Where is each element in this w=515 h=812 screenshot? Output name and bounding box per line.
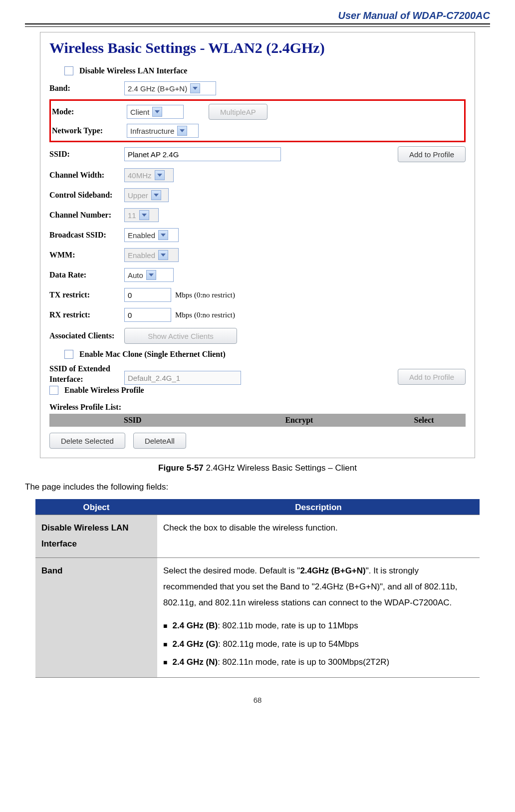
th-object: Object xyxy=(35,500,157,515)
profile-header-ssid: SSID xyxy=(49,416,216,425)
table-row: Disable Wireless LAN Interface Check the… xyxy=(35,515,480,558)
delete-all-button[interactable]: DeleteAll xyxy=(133,433,186,449)
chevron-down-icon xyxy=(151,190,161,200)
band-value: 2.4 GHz (B+G+N) xyxy=(128,84,187,93)
item-n-mode: 2.4 GHz (N) xyxy=(172,657,218,667)
control-sideband-label: Control Sideband: xyxy=(49,190,124,200)
assoc-clients-row: Associated Clients: Show Active Clients xyxy=(49,325,466,347)
data-rate-row: Data Rate: Auto xyxy=(49,265,466,285)
wmm-value: Enabled xyxy=(128,251,155,260)
broadcast-ssid-select[interactable]: Enabled xyxy=(124,228,179,242)
profile-header-encrypt: Encrypt xyxy=(216,416,383,425)
figure-number: Figure 5-57 xyxy=(158,463,204,473)
show-active-clients-button[interactable]: Show Active Clients xyxy=(124,328,237,344)
profile-header-select: Select xyxy=(382,416,466,425)
profile-buttons-row: Delete Selected DeleteAll xyxy=(49,433,466,449)
item-b-mode: 2.4 GHz (B) xyxy=(172,621,218,630)
list-item: 2.4 GHz (G): 802.11g mode, rate is up to… xyxy=(163,636,474,652)
channel-number-row: Channel Number: 11 xyxy=(49,205,466,225)
desc-band-bold: 2.4GHz (B+G+N) xyxy=(300,566,365,575)
tx-restrict-label: TX restrict: xyxy=(49,290,124,299)
chevron-down-icon xyxy=(158,250,168,260)
enable-profile-checkbox[interactable] xyxy=(49,386,58,395)
desc-band: Select the desired mode. Default is "2.4… xyxy=(157,557,480,678)
broadcast-ssid-value: Enabled xyxy=(128,231,155,240)
ssid-input[interactable]: Planet AP 2.4G xyxy=(124,147,281,161)
item-n-text: : 802.11n mode, rate is up to 300Mbps(2T… xyxy=(218,657,389,667)
th-description: Description xyxy=(157,500,480,515)
profile-list-label: Wireless Profile List: xyxy=(49,403,466,412)
rx-restrict-note: Mbps (0:no restrict) xyxy=(175,311,235,319)
chevron-down-icon xyxy=(146,270,156,280)
item-b-text: : 802.11b mode, rate is up to 11Mbps xyxy=(218,621,358,630)
data-rate-value: Auto xyxy=(128,271,143,279)
table-row: Band Select the desired mode. Default is… xyxy=(35,557,480,678)
delete-selected-button[interactable]: Delete Selected xyxy=(49,433,125,449)
band-label: Band: xyxy=(49,84,124,93)
data-rate-select[interactable]: Auto xyxy=(124,268,174,282)
network-type-label: Network Type: xyxy=(52,126,127,135)
chevron-down-icon xyxy=(139,210,149,220)
broadcast-ssid-label: Broadcast SSID: xyxy=(49,231,124,240)
disable-wlan-row: Disable Wireless LAN Interface xyxy=(49,63,466,78)
chevron-down-icon xyxy=(177,126,187,136)
channel-number-select[interactable]: 11 xyxy=(124,208,159,222)
chevron-down-icon xyxy=(152,107,162,117)
mac-clone-label: Enable Mac Clone (Single Ethernet Client… xyxy=(79,350,226,359)
network-type-row: Network Type: Infrastructure xyxy=(52,122,463,140)
intro-text: The page includes the following fields: xyxy=(25,482,490,492)
channel-number-label: Channel Number: xyxy=(49,210,124,220)
disable-wlan-checkbox[interactable] xyxy=(64,66,73,75)
desc-disable-wlan: Check the box to disable the wireless fu… xyxy=(157,515,480,558)
disable-wlan-label: Disable Wireless LAN Interface xyxy=(79,66,187,75)
channel-width-value: 40MHz xyxy=(128,171,152,180)
chevron-down-icon xyxy=(155,170,165,180)
ssid-row: SSID: Planet AP 2.4G Add to Profile xyxy=(49,143,466,165)
data-rate-label: Data Rate: xyxy=(49,271,124,279)
network-type-select[interactable]: Infrastructure xyxy=(127,124,199,138)
profile-table-header: SSID Encrypt Select xyxy=(49,414,466,427)
mode-label: Mode: xyxy=(52,107,127,116)
ssid-ext-input[interactable]: Default_2.4G_1 xyxy=(124,371,241,385)
add-to-profile-button[interactable]: Add to Profile xyxy=(398,146,466,162)
panel-title: Wireless Basic Settings - WLAN2 (2.4GHz) xyxy=(49,39,466,56)
screenshot-panel: Wireless Basic Settings - WLAN2 (2.4GHz)… xyxy=(40,32,475,458)
mac-clone-checkbox[interactable] xyxy=(64,350,73,359)
chevron-down-icon xyxy=(190,83,200,93)
header-rule xyxy=(25,23,490,27)
desc-band-pre: Select the desired mode. Default is " xyxy=(163,566,300,575)
item-g-text: : 802.11g mode, rate is up to 54Mbps xyxy=(218,639,359,649)
wmm-select[interactable]: Enabled xyxy=(124,248,179,262)
enable-profile-label: Enable Wireless Profile xyxy=(64,386,144,395)
figure-caption: Figure 5-57 2.4GHz Wireless Basic Settin… xyxy=(25,463,490,473)
highlighted-mode-box: Mode: Client MultipleAP Network Type: In… xyxy=(49,99,466,142)
broadcast-ssid-row: Broadcast SSID: Enabled xyxy=(49,225,466,245)
mode-value: Client xyxy=(130,108,149,116)
network-type-value: Infrastructure xyxy=(130,127,174,135)
band-row: Band: 2.4 GHz (B+G+N) xyxy=(49,78,466,98)
channel-width-select[interactable]: 40MHz xyxy=(124,168,174,182)
rx-restrict-input[interactable]: 0 xyxy=(124,308,171,322)
mode-select[interactable]: Client xyxy=(127,105,184,119)
add-to-profile-ext-button[interactable]: Add to Profile xyxy=(398,369,466,385)
band-select[interactable]: 2.4 GHz (B+G+N) xyxy=(124,81,216,95)
rx-restrict-row: RX restrict: 0 Mbps (0:no restrict) xyxy=(49,305,466,325)
ssid-ext-row: SSID of ExtendedInterface: Default_2.4G_… xyxy=(49,362,466,385)
enable-profile-row: Enable Wireless Profile xyxy=(49,385,466,398)
item-g-mode: 2.4 GHz (G) xyxy=(172,639,218,649)
tx-restrict-note: Mbps (0:no restrict) xyxy=(175,291,235,299)
figure-text: 2.4GHz Wireless Basic Settings – Client xyxy=(204,463,357,473)
channel-number-value: 11 xyxy=(128,211,136,220)
page-number: 68 xyxy=(25,696,490,704)
control-sideband-value: Upper xyxy=(128,191,148,200)
ssid-ext-label: SSID of ExtendedInterface: xyxy=(49,364,124,385)
mode-row: Mode: Client MultipleAP xyxy=(52,102,463,122)
ssid-label: SSID: xyxy=(49,150,124,159)
tx-restrict-input[interactable]: 0 xyxy=(124,288,171,302)
multiple-ap-button[interactable]: MultipleAP xyxy=(209,104,267,120)
wmm-label: WMM: xyxy=(49,251,124,260)
chevron-down-icon xyxy=(158,230,168,240)
control-sideband-select[interactable]: Upper xyxy=(124,188,169,202)
wmm-row: WMM: Enabled xyxy=(49,245,466,265)
description-table: Object Description Disable Wireless LAN … xyxy=(35,499,480,678)
